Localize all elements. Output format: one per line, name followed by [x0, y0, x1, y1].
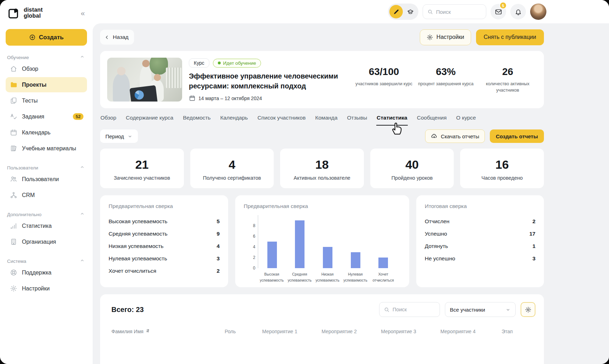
column-event: Мероприятие 1	[250, 329, 309, 334]
column-name[interactable]: Фамилия Имя	[111, 328, 210, 334]
participants-filter-dropdown[interactable]: Все участники	[445, 302, 516, 317]
sidebar-item-users[interactable]: Пользователи	[6, 172, 87, 187]
mail-button[interactable]: 5	[491, 4, 506, 19]
brand-name: distant global	[24, 7, 43, 19]
search-input[interactable]	[436, 9, 482, 15]
sidebar-item-support[interactable]: Поддержка	[6, 265, 87, 280]
filter-row: Период Скачать отчеты Создать отчеты	[100, 129, 544, 143]
table-header-row: Фамилия ИмяРольМероприятие 1Мероприятие …	[111, 328, 535, 334]
sidebar-item-projects[interactable]: Проекты	[6, 77, 87, 92]
participants-total: Всего: 23	[111, 306, 144, 314]
participants-search[interactable]	[379, 302, 440, 317]
sidebar-item-calendar[interactable]: Календарь	[6, 125, 87, 140]
sidebar-item-statistics[interactable]: Статистика	[6, 218, 87, 233]
chevron-up-icon[interactable]	[80, 258, 85, 264]
table-settings-button[interactable]	[521, 302, 535, 317]
mail-icon	[495, 8, 502, 16]
main-content: Назад Настройки Снять с публикации Курс	[93, 23, 609, 364]
tab-7[interactable]: Отзывы	[347, 112, 367, 125]
download-reports-button[interactable]: Скачать отчеты	[425, 129, 485, 143]
check-row-value: 1	[532, 243, 535, 249]
period-dropdown[interactable]: Период	[100, 129, 138, 143]
check-row: Не успешно 3	[425, 252, 535, 265]
back-button[interactable]: Назад	[100, 30, 134, 45]
kpi-label: Часов проведено	[481, 175, 523, 181]
tab-3[interactable]: Ведомость	[182, 112, 211, 125]
sidebar-item-label: Тесты	[22, 98, 38, 104]
chevron-up-icon[interactable]	[80, 164, 85, 171]
kpi-label: Зачисленно участников	[114, 175, 170, 181]
kpi-value: 18	[315, 158, 329, 172]
chevron-up-icon[interactable]	[80, 211, 85, 218]
sidebar-item-label: Настройки	[22, 285, 50, 292]
bar	[267, 242, 277, 268]
check-row-value: 9	[216, 231, 220, 237]
sidebar-item-label: Календарь	[22, 129, 51, 136]
sidebar-section-label: Обучение	[7, 55, 29, 60]
sidebar-item-organization[interactable]: Организация	[6, 234, 87, 249]
sidebar-section: Дополнительно Статистика Организация	[6, 211, 87, 249]
sidebar-item-crm[interactable]: CRM	[6, 187, 87, 203]
sidebar-nav: Обучение Обзор Проекты Тесты Задания	[6, 54, 87, 296]
bar	[378, 258, 388, 268]
y-tick: 0	[247, 266, 255, 271]
tests-icon	[10, 97, 17, 104]
sidebar-collapse-button[interactable]: «	[79, 8, 87, 18]
sidebar-section: Пользователи Пользователи CRM	[6, 164, 87, 203]
sidebar-item-overview[interactable]: Обзор	[6, 61, 87, 76]
tab-6[interactable]: Команда	[315, 112, 338, 125]
student-mode-button[interactable]	[404, 5, 417, 18]
unpublish-button[interactable]: Снять с публикации	[476, 29, 544, 45]
sidebar-item-materials[interactable]: Учебные материалы	[6, 141, 87, 156]
edit-mode-button[interactable]	[389, 5, 403, 18]
home-icon	[10, 65, 17, 73]
tab-8[interactable]: Статистика	[376, 112, 408, 126]
check-row-value: 17	[529, 231, 535, 237]
check-row: Средняя успеваемость 9	[109, 227, 220, 240]
y-tick: 2	[247, 255, 255, 260]
tab-4[interactable]: Календарь	[220, 112, 248, 125]
sidebar-item-tests[interactable]: Тесты	[6, 93, 87, 108]
tab-9[interactable]: Сообщения	[417, 112, 447, 125]
check-row: Отчислен 2	[425, 215, 535, 227]
sidebar-item-tasks[interactable]: Задания 52	[6, 109, 87, 124]
course-dates: 14 марта – 12 октября 2024	[189, 95, 348, 102]
course-settings-button[interactable]: Настройки	[420, 29, 471, 45]
sidebar-section-label: Пользователи	[7, 165, 38, 171]
sidebar-item-label: Поддержка	[22, 270, 51, 276]
course-stat: 63/100 участников завершили курс	[355, 66, 413, 102]
check-row-label: Отчислен	[425, 218, 450, 225]
avatar[interactable]	[530, 4, 546, 20]
tab-2[interactable]: Содержание курса	[126, 112, 174, 125]
tab-10[interactable]: О курсе	[456, 112, 476, 125]
kpi-label: Пройдено уроков	[392, 175, 433, 181]
final-check-panel: Итоговая сверка Отчислен 2 Успешно 17 До…	[416, 195, 544, 287]
mode-toggle	[388, 4, 418, 20]
tab-5[interactable]: Список участников	[257, 112, 306, 125]
calendar-icon	[189, 95, 196, 102]
column-event: Мероприятие 3	[369, 329, 428, 334]
category-label: Высокаяуспеваемость	[258, 271, 286, 283]
create-button[interactable]: Создать	[6, 29, 87, 46]
check-row: Высокая успеваемость 5	[109, 215, 220, 227]
logo: distant global «	[6, 6, 87, 20]
graduation-cap-icon	[407, 8, 414, 15]
check-row: Низкая успеваемость 4	[109, 240, 220, 252]
column-stage: Этап	[488, 329, 527, 334]
pre-check-panel: Предварительная сверка Высокая успеваемо…	[100, 195, 228, 287]
participants-search-input[interactable]	[393, 307, 435, 312]
kpi-card: 18 Активных пользователе	[280, 149, 364, 188]
sidebar-section-label: Система	[7, 259, 26, 264]
crm-icon	[10, 191, 17, 199]
sidebar-item-settings[interactable]: Настройки	[6, 281, 87, 296]
check-row: Нулевая успеваемость 3	[109, 252, 220, 265]
sort-icon[interactable]	[145, 328, 150, 334]
notifications-button[interactable]	[510, 4, 526, 19]
topbar-search[interactable]	[423, 4, 486, 19]
pre-check-chart-panel: Предварительная сверка 02468 Высокаяуспе…	[235, 195, 409, 287]
course-stat-value: 63/100	[355, 66, 413, 77]
create-reports-button[interactable]: Создать отчеты	[490, 129, 544, 143]
check-row-value: 4	[216, 243, 220, 249]
tab-1[interactable]: Обзор	[100, 112, 117, 125]
chevron-up-icon[interactable]	[80, 54, 85, 60]
